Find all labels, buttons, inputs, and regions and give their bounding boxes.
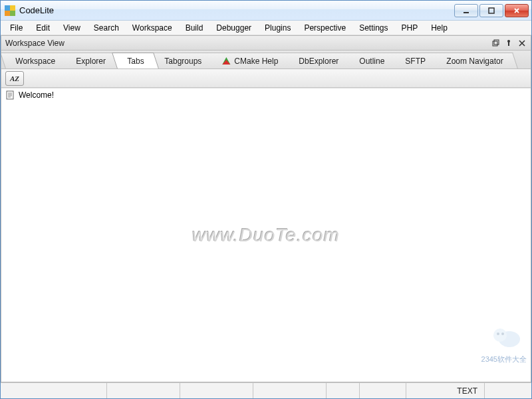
panel-header: Workspace View: [1, 36, 531, 51]
menu-workspace[interactable]: Workspace: [127, 22, 178, 34]
menu-plugins[interactable]: Plugins: [259, 22, 296, 34]
menu-php[interactable]: PHP: [396, 22, 424, 34]
status-cell-0: [1, 383, 107, 398]
tab-tabs[interactable]: Tabs: [112, 53, 159, 68]
menu-settings[interactable]: Settings: [354, 22, 393, 34]
svg-point-12: [493, 329, 507, 342]
content-area[interactable]: Welcome! www.DuoTe.com 2345软件大全: [1, 88, 531, 382]
menu-edit[interactable]: Edit: [31, 22, 55, 34]
menu-build[interactable]: Build: [180, 22, 209, 34]
menu-debugger[interactable]: Debugger: [211, 22, 257, 34]
tab-workspace[interactable]: Workspace: [1, 53, 70, 68]
cmake-icon: [222, 57, 230, 66]
window-controls: [454, 4, 529, 17]
panel-pin-icon[interactable]: [504, 39, 513, 48]
svg-point-13: [497, 332, 499, 335]
panel-title: Workspace View: [5, 39, 65, 48]
tab-zoom-navigator[interactable]: Zoom Navigator: [432, 53, 518, 68]
tabstrip: Workspace Explorer Tabs Tabgroups CMake …: [1, 51, 531, 69]
minimize-button[interactable]: [454, 4, 478, 17]
workspace-view-panel: Workspace View Workspace Explorer Tabs T…: [1, 35, 531, 382]
menu-file[interactable]: File: [5, 22, 28, 34]
close-button[interactable]: [505, 4, 529, 17]
document-icon: [5, 90, 15, 100]
app-window: CodeLite File Edit View Search Workspace…: [0, 0, 532, 399]
svg-rect-1: [489, 8, 494, 13]
svg-rect-2: [493, 41, 497, 46]
svg-rect-3: [494, 40, 499, 45]
menu-view[interactable]: View: [58, 22, 86, 34]
status-cell-2: [180, 383, 253, 398]
window-title: CodeLite: [19, 5, 54, 15]
maximize-button[interactable]: [479, 4, 503, 17]
sort-button[interactable]: AZ: [5, 71, 24, 86]
menu-perspective[interactable]: Perspective: [299, 22, 351, 34]
tab-cmake-help[interactable]: CMake Help: [207, 53, 293, 68]
sort-button-label: AZ: [10, 74, 19, 82]
app-icon: [5, 5, 15, 16]
status-cell-7: [485, 383, 531, 398]
svg-point-11: [499, 331, 520, 347]
titlebar[interactable]: CodeLite: [1, 1, 531, 21]
status-cell-3: [253, 383, 327, 398]
list-item[interactable]: Welcome!: [1, 88, 531, 102]
menu-help[interactable]: Help: [426, 22, 453, 34]
svg-rect-5: [508, 42, 509, 46]
svg-point-14: [501, 332, 504, 335]
status-cell-5: [360, 383, 406, 398]
svg-rect-0: [464, 12, 469, 13]
tab-dbexplorer[interactable]: DbExplorer: [284, 53, 354, 68]
tab-tabgroups[interactable]: Tabgroups: [150, 53, 217, 68]
panel-restore-icon[interactable]: [491, 39, 500, 48]
status-cell-text: TEXT: [406, 383, 485, 398]
watermark-text: www.DuoTe.com: [192, 225, 340, 246]
menu-search[interactable]: Search: [88, 22, 124, 34]
panel-close-icon[interactable]: [517, 39, 527, 48]
statusbar: TEXT: [1, 382, 531, 398]
panel-toolbar: AZ: [1, 69, 531, 88]
menubar: File Edit View Search Workspace Build De…: [1, 21, 531, 35]
mascot-icon: [487, 322, 527, 350]
tab-explorer[interactable]: Explorer: [61, 53, 120, 68]
status-cell-1: [107, 383, 180, 398]
svg-rect-6: [7, 91, 13, 99]
site-badge: 2345软件大全: [481, 354, 527, 364]
status-cell-4: [327, 383, 360, 398]
list-item-label: Welcome!: [19, 90, 54, 100]
